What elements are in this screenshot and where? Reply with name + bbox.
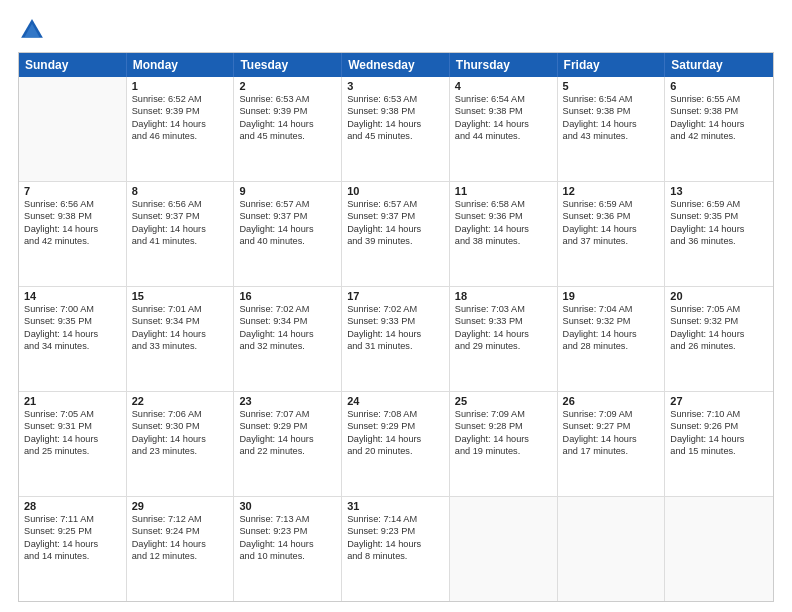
daylight-minutes: and 17 minutes.: [563, 445, 660, 457]
sunrise-text: Sunrise: 6:59 AM: [563, 198, 660, 210]
daylight-minutes: and 42 minutes.: [24, 235, 121, 247]
day-number: 24: [347, 395, 444, 407]
daylight-text: Daylight: 14 hours: [24, 328, 121, 340]
daylight-text: Daylight: 14 hours: [132, 223, 229, 235]
sunset-text: Sunset: 9:25 PM: [24, 525, 121, 537]
day-number: 16: [239, 290, 336, 302]
daylight-minutes: and 14 minutes.: [24, 550, 121, 562]
sunset-text: Sunset: 9:32 PM: [563, 315, 660, 327]
calendar-cell-23: 23Sunrise: 7:07 AMSunset: 9:29 PMDayligh…: [234, 392, 342, 496]
daylight-minutes: and 40 minutes.: [239, 235, 336, 247]
sunrise-text: Sunrise: 7:06 AM: [132, 408, 229, 420]
daylight-minutes: and 23 minutes.: [132, 445, 229, 457]
day-number: 9: [239, 185, 336, 197]
daylight-minutes: and 36 minutes.: [670, 235, 768, 247]
calendar-cell-6: 6Sunrise: 6:55 AMSunset: 9:38 PMDaylight…: [665, 77, 773, 181]
sunrise-text: Sunrise: 7:04 AM: [563, 303, 660, 315]
daylight-text: Daylight: 14 hours: [132, 118, 229, 130]
daylight-text: Daylight: 14 hours: [347, 118, 444, 130]
day-number: 29: [132, 500, 229, 512]
sunrise-text: Sunrise: 6:55 AM: [670, 93, 768, 105]
sunset-text: Sunset: 9:34 PM: [239, 315, 336, 327]
daylight-text: Daylight: 14 hours: [455, 223, 552, 235]
sunset-text: Sunset: 9:26 PM: [670, 420, 768, 432]
calendar-cell-31: 31Sunrise: 7:14 AMSunset: 9:23 PMDayligh…: [342, 497, 450, 601]
daylight-minutes: and 25 minutes.: [24, 445, 121, 457]
calendar-cell-30: 30Sunrise: 7:13 AMSunset: 9:23 PMDayligh…: [234, 497, 342, 601]
daylight-text: Daylight: 14 hours: [24, 538, 121, 550]
day-number: 6: [670, 80, 768, 92]
sunrise-text: Sunrise: 7:08 AM: [347, 408, 444, 420]
daylight-text: Daylight: 14 hours: [347, 538, 444, 550]
sunrise-text: Sunrise: 6:52 AM: [132, 93, 229, 105]
day-number: 10: [347, 185, 444, 197]
calendar-cell-20: 20Sunrise: 7:05 AMSunset: 9:32 PMDayligh…: [665, 287, 773, 391]
sunset-text: Sunset: 9:28 PM: [455, 420, 552, 432]
calendar-cell-10: 10Sunrise: 6:57 AMSunset: 9:37 PMDayligh…: [342, 182, 450, 286]
daylight-minutes: and 12 minutes.: [132, 550, 229, 562]
day-number: 3: [347, 80, 444, 92]
daylight-minutes: and 10 minutes.: [239, 550, 336, 562]
sunrise-text: Sunrise: 7:00 AM: [24, 303, 121, 315]
calendar-body: 1Sunrise: 6:52 AMSunset: 9:39 PMDaylight…: [19, 77, 773, 601]
day-number: 18: [455, 290, 552, 302]
sunrise-text: Sunrise: 7:02 AM: [239, 303, 336, 315]
sunrise-text: Sunrise: 6:56 AM: [132, 198, 229, 210]
daylight-minutes: and 28 minutes.: [563, 340, 660, 352]
day-number: 23: [239, 395, 336, 407]
calendar-row-1: 1Sunrise: 6:52 AMSunset: 9:39 PMDaylight…: [19, 77, 773, 182]
day-number: 7: [24, 185, 121, 197]
daylight-minutes: and 8 minutes.: [347, 550, 444, 562]
header-day-monday: Monday: [127, 53, 235, 77]
calendar-cell-19: 19Sunrise: 7:04 AMSunset: 9:32 PMDayligh…: [558, 287, 666, 391]
calendar-cell-9: 9Sunrise: 6:57 AMSunset: 9:37 PMDaylight…: [234, 182, 342, 286]
daylight-minutes: and 20 minutes.: [347, 445, 444, 457]
day-number: 5: [563, 80, 660, 92]
sunrise-text: Sunrise: 6:56 AM: [24, 198, 121, 210]
daylight-text: Daylight: 14 hours: [132, 538, 229, 550]
daylight-text: Daylight: 14 hours: [24, 223, 121, 235]
calendar-cell-27: 27Sunrise: 7:10 AMSunset: 9:26 PMDayligh…: [665, 392, 773, 496]
day-number: 14: [24, 290, 121, 302]
calendar-cell-17: 17Sunrise: 7:02 AMSunset: 9:33 PMDayligh…: [342, 287, 450, 391]
daylight-text: Daylight: 14 hours: [239, 328, 336, 340]
daylight-minutes: and 38 minutes.: [455, 235, 552, 247]
sunrise-text: Sunrise: 6:57 AM: [239, 198, 336, 210]
daylight-text: Daylight: 14 hours: [670, 223, 768, 235]
sunset-text: Sunset: 9:37 PM: [132, 210, 229, 222]
daylight-minutes: and 32 minutes.: [239, 340, 336, 352]
calendar-cell-26: 26Sunrise: 7:09 AMSunset: 9:27 PMDayligh…: [558, 392, 666, 496]
day-number: 26: [563, 395, 660, 407]
daylight-text: Daylight: 14 hours: [132, 328, 229, 340]
day-number: 25: [455, 395, 552, 407]
day-number: 13: [670, 185, 768, 197]
sunrise-text: Sunrise: 6:59 AM: [670, 198, 768, 210]
daylight-minutes: and 34 minutes.: [24, 340, 121, 352]
calendar-cell-21: 21Sunrise: 7:05 AMSunset: 9:31 PMDayligh…: [19, 392, 127, 496]
calendar-cell-5: 5Sunrise: 6:54 AMSunset: 9:38 PMDaylight…: [558, 77, 666, 181]
day-number: 31: [347, 500, 444, 512]
day-number: 20: [670, 290, 768, 302]
calendar-row-2: 7Sunrise: 6:56 AMSunset: 9:38 PMDaylight…: [19, 182, 773, 287]
sunrise-text: Sunrise: 6:58 AM: [455, 198, 552, 210]
sunset-text: Sunset: 9:36 PM: [455, 210, 552, 222]
sunrise-text: Sunrise: 7:12 AM: [132, 513, 229, 525]
daylight-text: Daylight: 14 hours: [239, 118, 336, 130]
sunrise-text: Sunrise: 7:05 AM: [670, 303, 768, 315]
daylight-minutes: and 44 minutes.: [455, 130, 552, 142]
sunset-text: Sunset: 9:39 PM: [132, 105, 229, 117]
sunset-text: Sunset: 9:33 PM: [455, 315, 552, 327]
daylight-minutes: and 22 minutes.: [239, 445, 336, 457]
sunrise-text: Sunrise: 7:05 AM: [24, 408, 121, 420]
calendar-cell-empty-5: [558, 497, 666, 601]
sunset-text: Sunset: 9:29 PM: [347, 420, 444, 432]
daylight-text: Daylight: 14 hours: [670, 328, 768, 340]
day-number: 12: [563, 185, 660, 197]
daylight-text: Daylight: 14 hours: [563, 118, 660, 130]
calendar-cell-15: 15Sunrise: 7:01 AMSunset: 9:34 PMDayligh…: [127, 287, 235, 391]
header-day-tuesday: Tuesday: [234, 53, 342, 77]
daylight-minutes: and 39 minutes.: [347, 235, 444, 247]
calendar-cell-25: 25Sunrise: 7:09 AMSunset: 9:28 PMDayligh…: [450, 392, 558, 496]
sunset-text: Sunset: 9:37 PM: [347, 210, 444, 222]
daylight-minutes: and 43 minutes.: [563, 130, 660, 142]
